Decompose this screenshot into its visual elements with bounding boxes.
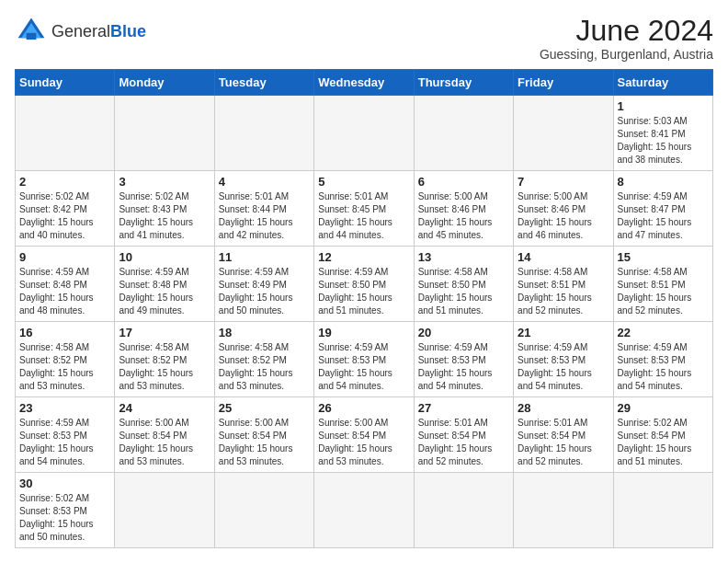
day-number: 29 (618, 401, 709, 415)
calendar-cell: 23Sunrise: 4:59 AM Sunset: 8:53 PM Dayli… (16, 397, 115, 473)
day-number: 10 (119, 250, 210, 264)
sun-info: Sunrise: 4:59 AM Sunset: 8:47 PM Dayligh… (618, 190, 709, 242)
sun-info: Sunrise: 4:59 AM Sunset: 8:50 PM Dayligh… (318, 266, 409, 317)
svg-rect-2 (27, 33, 37, 40)
sun-info: Sunrise: 4:58 AM Sunset: 8:52 PM Dayligh… (219, 341, 310, 393)
calendar-cell: 8Sunrise: 4:59 AM Sunset: 8:47 PM Daylig… (613, 171, 712, 247)
sun-info: Sunrise: 5:00 AM Sunset: 8:54 PM Dayligh… (119, 417, 210, 468)
sun-info: Sunrise: 4:59 AM Sunset: 8:53 PM Dayligh… (518, 341, 609, 393)
calendar-cell (314, 473, 414, 548)
sun-info: Sunrise: 5:00 AM Sunset: 8:46 PM Dayligh… (518, 190, 609, 242)
day-number: 11 (219, 250, 310, 264)
calendar-header: GeneralBlue June 2024 Guessing, Burgenla… (15, 15, 713, 62)
calendar-cell: 7Sunrise: 5:00 AM Sunset: 8:46 PM Daylig… (514, 171, 613, 247)
weekday-header-sunday: Sunday (16, 70, 115, 96)
calendar-cell: 10Sunrise: 4:59 AM Sunset: 8:48 PM Dayli… (115, 247, 214, 322)
day-number: 24 (119, 401, 210, 415)
calendar-cell (414, 96, 513, 171)
sun-info: Sunrise: 4:59 AM Sunset: 8:53 PM Dayligh… (418, 341, 509, 393)
calendar-cell (314, 96, 414, 171)
calendar-cell (613, 473, 712, 548)
calendar-cell: 13Sunrise: 4:58 AM Sunset: 8:50 PM Dayli… (414, 247, 513, 322)
calendar-cell: 6Sunrise: 5:00 AM Sunset: 8:46 PM Daylig… (414, 171, 513, 247)
day-number: 3 (119, 175, 210, 189)
month-year-title: June 2024 (540, 15, 713, 47)
day-number: 28 (518, 401, 609, 415)
sun-info: Sunrise: 4:59 AM Sunset: 8:48 PM Dayligh… (19, 266, 110, 317)
day-number: 6 (418, 175, 509, 189)
day-number: 8 (618, 175, 709, 189)
sun-info: Sunrise: 4:58 AM Sunset: 8:52 PM Dayligh… (119, 341, 210, 393)
day-number: 27 (418, 401, 509, 415)
weekday-header-saturday: Saturday (613, 70, 712, 96)
calendar-cell (514, 473, 613, 548)
calendar-cell: 5Sunrise: 5:01 AM Sunset: 8:45 PM Daylig… (314, 171, 414, 247)
sun-info: Sunrise: 5:01 AM Sunset: 8:44 PM Dayligh… (219, 190, 310, 242)
sun-info: Sunrise: 4:59 AM Sunset: 8:53 PM Dayligh… (318, 341, 409, 393)
day-number: 17 (119, 326, 210, 339)
calendar-cell: 9Sunrise: 4:59 AM Sunset: 8:48 PM Daylig… (16, 247, 115, 322)
sun-info: Sunrise: 5:00 AM Sunset: 8:46 PM Dayligh… (418, 190, 509, 242)
day-number: 12 (318, 250, 409, 264)
sun-info: Sunrise: 5:03 AM Sunset: 8:41 PM Dayligh… (618, 115, 709, 167)
sun-info: Sunrise: 4:59 AM Sunset: 8:53 PM Dayligh… (19, 417, 110, 468)
day-number: 4 (219, 175, 310, 189)
calendar-cell (115, 96, 214, 171)
calendar-cell: 17Sunrise: 4:58 AM Sunset: 8:52 PM Dayli… (115, 322, 214, 397)
calendar-cell: 12Sunrise: 4:59 AM Sunset: 8:50 PM Dayli… (314, 247, 414, 322)
calendar-cell (214, 473, 313, 548)
calendar-cell: 20Sunrise: 4:59 AM Sunset: 8:53 PM Dayli… (414, 322, 513, 397)
calendar-cell: 15Sunrise: 4:58 AM Sunset: 8:51 PM Dayli… (613, 247, 712, 322)
sun-info: Sunrise: 5:02 AM Sunset: 8:54 PM Dayligh… (618, 417, 709, 468)
day-number: 16 (19, 326, 110, 339)
weekday-header-row: SundayMondayTuesdayWednesdayThursdayFrid… (16, 70, 713, 96)
calendar-cell: 16Sunrise: 4:58 AM Sunset: 8:52 PM Dayli… (16, 322, 115, 397)
calendar-table: SundayMondayTuesdayWednesdayThursdayFrid… (15, 69, 713, 548)
calendar-cell (16, 96, 115, 171)
sun-info: Sunrise: 4:58 AM Sunset: 8:50 PM Dayligh… (418, 266, 509, 317)
weekday-header-thursday: Thursday (414, 70, 513, 96)
day-number: 22 (618, 326, 709, 339)
day-number: 25 (219, 401, 310, 415)
day-number: 14 (518, 250, 609, 264)
sun-info: Sunrise: 5:01 AM Sunset: 8:45 PM Dayligh… (318, 190, 409, 242)
calendar-cell: 21Sunrise: 4:59 AM Sunset: 8:53 PM Dayli… (514, 322, 613, 397)
location-subtitle: Guessing, Burgenland, Austria (540, 47, 713, 62)
weekday-header-monday: Monday (115, 70, 214, 96)
generalblue-logo-icon (15, 15, 48, 48)
day-number: 7 (518, 175, 609, 189)
calendar-cell: 2Sunrise: 5:02 AM Sunset: 8:42 PM Daylig… (16, 171, 115, 247)
sun-info: Sunrise: 5:01 AM Sunset: 8:54 PM Dayligh… (518, 417, 609, 468)
calendar-week-row: 23Sunrise: 4:59 AM Sunset: 8:53 PM Dayli… (16, 397, 713, 473)
day-number: 15 (618, 250, 709, 264)
logo-text: GeneralBlue (51, 23, 146, 40)
calendar-week-row: 2Sunrise: 5:02 AM Sunset: 8:42 PM Daylig… (16, 171, 713, 247)
sun-info: Sunrise: 4:58 AM Sunset: 8:52 PM Dayligh… (19, 341, 110, 393)
day-number: 21 (518, 326, 609, 339)
title-block: June 2024 Guessing, Burgenland, Austria (540, 15, 713, 62)
calendar-cell: 1Sunrise: 5:03 AM Sunset: 8:41 PM Daylig… (613, 96, 712, 171)
sun-info: Sunrise: 5:01 AM Sunset: 8:54 PM Dayligh… (418, 417, 509, 468)
calendar-cell: 4Sunrise: 5:01 AM Sunset: 8:44 PM Daylig… (214, 171, 313, 247)
day-number: 2 (19, 175, 110, 189)
calendar-cell (214, 96, 313, 171)
day-number: 9 (19, 250, 110, 264)
calendar-cell: 27Sunrise: 5:01 AM Sunset: 8:54 PM Dayli… (414, 397, 513, 473)
calendar-cell: 28Sunrise: 5:01 AM Sunset: 8:54 PM Dayli… (514, 397, 613, 473)
calendar-week-row: 30Sunrise: 5:02 AM Sunset: 8:53 PM Dayli… (16, 473, 713, 548)
sun-info: Sunrise: 4:59 AM Sunset: 8:53 PM Dayligh… (618, 341, 709, 393)
weekday-header-tuesday: Tuesday (214, 70, 313, 96)
calendar-cell (115, 473, 214, 548)
day-number: 26 (318, 401, 409, 415)
calendar-cell: 11Sunrise: 4:59 AM Sunset: 8:49 PM Dayli… (214, 247, 313, 322)
calendar-cell: 24Sunrise: 5:00 AM Sunset: 8:54 PM Dayli… (115, 397, 214, 473)
sun-info: Sunrise: 4:58 AM Sunset: 8:51 PM Dayligh… (618, 266, 709, 317)
day-number: 19 (318, 326, 409, 339)
weekday-header-friday: Friday (514, 70, 613, 96)
sun-info: Sunrise: 5:00 AM Sunset: 8:54 PM Dayligh… (219, 417, 310, 468)
weekday-header-wednesday: Wednesday (314, 70, 414, 96)
day-number: 20 (418, 326, 509, 339)
calendar-cell: 19Sunrise: 4:59 AM Sunset: 8:53 PM Dayli… (314, 322, 414, 397)
sun-info: Sunrise: 5:02 AM Sunset: 8:53 PM Dayligh… (19, 492, 110, 544)
sun-info: Sunrise: 4:59 AM Sunset: 8:49 PM Dayligh… (219, 266, 310, 317)
